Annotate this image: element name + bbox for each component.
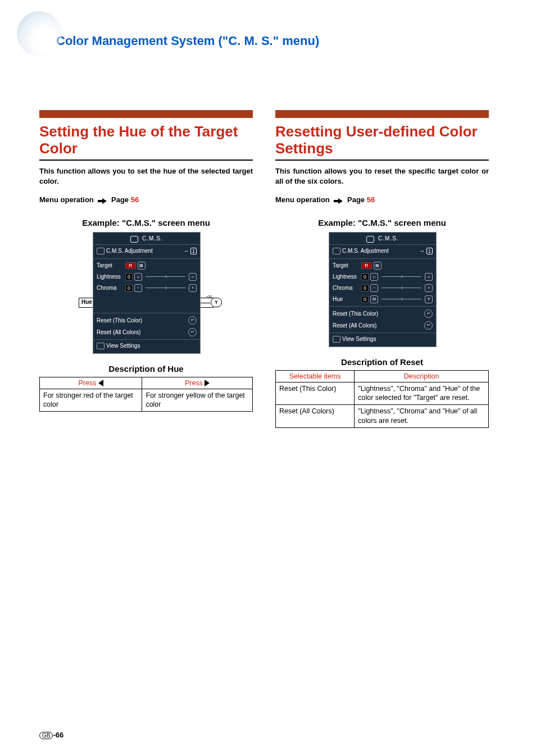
target-icon: ▤ (138, 262, 146, 270)
page-footer: GB-66 (39, 731, 63, 739)
section-desc-right: This function allows you to reset the sp… (275, 166, 489, 186)
page-num-link[interactable]: 56 (367, 195, 375, 204)
osd-row-reset-all: Reset (All Colors) ↵ (329, 320, 436, 331)
example-label-left: Example: "C.M.S." screen menu (39, 218, 253, 227)
reset-table-r2c1: Reset (All Colors) (276, 405, 355, 428)
corner-gradient (17, 11, 62, 56)
osd-row-lightness: Lightness 0 ☼ ☼ (329, 271, 436, 283)
reset-table-h2: Description (355, 370, 489, 382)
osd-chroma-val: 0 (361, 285, 369, 292)
osd-reset-all: Reset (All Colors) (333, 322, 376, 329)
adj-icon (333, 248, 340, 254)
osd-title: C.M.S. (378, 235, 399, 242)
target-icon: ▤ (374, 262, 381, 270)
dim-icon: ☼ (134, 273, 142, 281)
enter-icon: ↵ (424, 321, 433, 330)
osd-sep (329, 306, 436, 307)
page-num-link[interactable]: 56 (131, 195, 139, 204)
minus-icon: − (134, 284, 142, 292)
hue-table-h2: Press (142, 377, 253, 389)
osd-wrapper-left: C.M.S. C.M.S. Adjustment → 1 Target R ▤ (79, 232, 214, 353)
osd-row-adj: C.M.S. Adjustment → 1 (93, 245, 200, 257)
page-word: Page (347, 195, 365, 204)
osd-row-reset-this: Reset (This Color) ↵ (93, 315, 200, 326)
osd-reset-all: Reset (All Colors) (97, 329, 140, 335)
osd-target-label: Target (97, 262, 124, 268)
right-triangle-icon (205, 380, 210, 386)
slider (381, 299, 421, 299)
osd-sep (93, 313, 200, 313)
enter-icon: ↵ (424, 309, 433, 318)
osd-lightness-label: Lightness (333, 274, 360, 280)
osd-row-adj: C.M.S. Adjustment → 1 (329, 245, 436, 257)
slider (381, 288, 421, 288)
example-label-right: Example: "C.M.S." screen menu (275, 218, 489, 227)
hue-table-c1: For stronger red of the target color (40, 389, 142, 412)
osd-row-chroma: Chroma 0 − + (93, 283, 200, 294)
osd-lightness-val: 0 (125, 274, 133, 280)
footer-page: -66 (53, 731, 63, 739)
reset-table-h1: Selectable items (276, 370, 355, 382)
osd-chroma-label: Chroma (97, 285, 124, 291)
osd-row-hue: Hue 0 M Y (329, 294, 436, 305)
plus-icon: + (189, 284, 197, 292)
underline (275, 160, 489, 161)
slider (146, 276, 185, 277)
hue-table: Press Press For stronger red of the targ… (39, 377, 253, 412)
arrow-right-icon: → (183, 248, 189, 254)
slider (146, 288, 185, 288)
osd-chroma-label: Chroma (333, 285, 360, 291)
dim-icon: ☼ (370, 273, 378, 281)
bright-icon: ☼ (425, 273, 433, 281)
press-label: Press (78, 379, 96, 387)
osd-title: C.M.S. (142, 235, 163, 242)
footer-gb: GB (39, 732, 53, 739)
osd-row-reset-all: Reset (All Colors) ↵ (93, 326, 200, 338)
osd-view: View Settings (106, 343, 140, 349)
plus-icon: + (425, 284, 433, 292)
osd-adj-num: 1 (190, 248, 197, 254)
left-triangle-icon (98, 380, 103, 386)
osd-adj-label: C.M.S. Adjustment (342, 248, 389, 254)
osd-lightness-val: 0 (361, 274, 369, 280)
callout-y-icon: Y (211, 298, 222, 307)
osd-row-reset-this: Reset (This Color) ↵ (329, 308, 436, 320)
osd-hue-label: Hue (333, 296, 360, 302)
slider (381, 276, 421, 277)
adj-icon (97, 248, 105, 254)
osd-sep (93, 339, 200, 340)
osd-row-target: Target R ▤ (329, 260, 436, 271)
underline (39, 160, 253, 161)
osd-adj-num: 1 (426, 248, 433, 254)
osd-chroma-val: 0 (125, 285, 133, 292)
osd-screen-left-bottom: Reset (This Color) ↵ Reset (All Colors) … (93, 296, 201, 354)
desc-title-right: Description of Reset (275, 357, 489, 367)
hue-table-c2: For stronger yellow of the target color (142, 389, 253, 412)
cms-icon (366, 236, 374, 243)
osd-view: View Settings (342, 336, 376, 342)
arrow-icon (98, 196, 107, 204)
menu-op-label: Menu operation (39, 195, 94, 204)
reset-table-r1c1: Reset (This Color) (276, 382, 355, 405)
left-column: Setting the Hue of the Target Color This… (39, 110, 253, 428)
osd-header: C.M.S. (329, 233, 436, 244)
menu-operation-left: Menu operation Page 56 (39, 195, 253, 204)
callout-hi: +30 (206, 295, 212, 298)
osd-row-view: View Settings (329, 334, 436, 344)
callout-label: Hue (81, 299, 92, 305)
osd-reset-this: Reset (This Color) (97, 317, 142, 324)
arrow-icon (334, 196, 343, 204)
osd-row-lightness: Lightness 0 ☼ ☼ (93, 271, 200, 283)
osd-row-chroma: Chroma 0 − + (329, 283, 436, 294)
osd-header: C.M.S. (93, 233, 200, 244)
osd-screen-right: C.M.S. C.M.S. Adjustment → 1 Target R ▤ (329, 232, 437, 347)
reset-table: Selectable items Description Reset (This… (275, 370, 489, 429)
divider-bar (275, 110, 489, 118)
osd-hue-val: 0 (361, 296, 369, 303)
osd-wrapper-right: C.M.S. C.M.S. Adjustment → 1 Target R ▤ (329, 232, 435, 347)
osd-row-target: Target R ▤ (93, 260, 200, 271)
menu-op-label: Menu operation (275, 195, 330, 204)
osd-adj-label: C.M.S. Adjustment (106, 248, 153, 254)
bright-icon: ☼ (189, 273, 197, 281)
menu-operation-right: Menu operation Page 56 (275, 195, 489, 204)
